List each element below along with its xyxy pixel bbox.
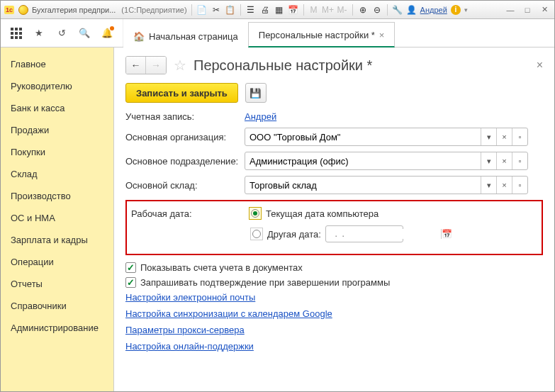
memory-mminus-label[interactable]: M- — [337, 4, 348, 16]
tool-print-icon[interactable]: 🖨 — [259, 4, 271, 16]
svg-rect-4 — [15, 32, 18, 35]
sidebar-item-purchases[interactable]: Покупки — [1, 141, 113, 163]
window-titlebar: 1с Бухгалтерия предпри... (1C:Предприяти… — [1, 1, 554, 19]
link-online-support[interactable]: Настройка онлайн-поддержки — [125, 341, 254, 352]
combo-open-icon[interactable]: ▫ — [512, 152, 527, 169]
link-email-settings[interactable]: Настройки электронной почты — [125, 292, 255, 303]
favorite-toggle-icon[interactable]: ☆ — [174, 57, 186, 74]
sidebar-item-sales[interactable]: Продажи — [1, 119, 113, 141]
search-icon[interactable]: 🔍 — [76, 25, 93, 42]
combo-dropdown-icon[interactable]: ▾ — [481, 177, 496, 194]
radio-current-date[interactable] — [249, 207, 262, 220]
notifications-bell-icon[interactable]: 🔔 — [99, 25, 116, 42]
calendar-picker-icon[interactable]: 📅 — [441, 229, 452, 239]
checkbox-show-accounts[interactable] — [125, 262, 136, 273]
tool-list-icon[interactable]: ☰ — [245, 4, 257, 16]
tab-home-label: Начальная страница — [149, 31, 238, 42]
radio-other-date[interactable] — [250, 228, 263, 240]
combo-clear-icon[interactable]: × — [496, 177, 512, 194]
tool-clipboard-icon[interactable]: 📋 — [225, 4, 236, 16]
nav-arrows: ← → — [125, 56, 167, 74]
sidebar-item-payroll[interactable]: Зарплата и кадры — [1, 229, 113, 251]
workdate-highlight: Рабочая дата: Текущая дата компьютера Др… — [125, 200, 543, 255]
row-other-date: Другая дата: 📅 — [250, 225, 537, 242]
window-close-button[interactable]: ✕ — [537, 4, 551, 16]
organization-combo[interactable]: ▾ × ▫ — [245, 128, 528, 146]
label-workdate: Рабочая дата: — [131, 208, 245, 219]
window-minimize-button[interactable]: — — [503, 4, 517, 16]
user-link[interactable]: Андрей — [420, 6, 447, 14]
row-department: Основное подразделение: ▾ × ▫ — [125, 152, 543, 170]
organization-input[interactable] — [245, 128, 481, 145]
row-confirm-exit: Запрашивать подтверждение при завершении… — [125, 277, 543, 288]
tool-grid-icon[interactable]: ▦ — [274, 4, 285, 16]
checkbox-confirm-exit[interactable] — [125, 277, 136, 288]
tab-personal-settings[interactable]: Персональные настройки * × — [248, 22, 396, 47]
favorites-star-icon[interactable]: ★ — [30, 25, 47, 42]
svg-rect-8 — [19, 36, 22, 39]
svg-rect-1 — [15, 28, 18, 30]
page-close-button[interactable]: × — [537, 59, 543, 72]
window-maximize-button[interactable]: □ — [520, 4, 534, 16]
combo-dropdown-icon[interactable]: ▾ — [481, 152, 496, 169]
warehouse-input[interactable] — [245, 177, 481, 194]
combo-clear-icon[interactable]: × — [496, 128, 512, 145]
sidebar-item-main[interactable]: Главное — [1, 53, 113, 75]
tabstrip: 🏠 Начальная страница Персональные настро… — [123, 19, 395, 47]
tool-doc-icon[interactable]: 📄 — [196, 4, 208, 16]
label-confirm-exit: Запрашивать подтверждение при завершении… — [140, 277, 390, 288]
save-button[interactable]: 💾 — [245, 83, 267, 103]
warehouse-combo[interactable]: ▾ × ▫ — [245, 176, 528, 194]
combo-clear-icon[interactable]: × — [496, 152, 512, 169]
tool-calendar-icon[interactable]: 📅 — [288, 4, 299, 16]
zoom-in-icon[interactable]: ⊕ — [357, 4, 369, 16]
zoom-out-icon[interactable]: ⊖ — [371, 4, 383, 16]
memory-m-label[interactable]: M — [308, 4, 320, 16]
history-icon[interactable]: ↺ — [53, 25, 70, 42]
main-area: Главное Руководителю Банк и касса Продаж… — [1, 47, 554, 392]
wrench-icon[interactable]: 🔧 — [392, 4, 403, 16]
sidebar-item-operations[interactable]: Операции — [1, 251, 113, 273]
department-input[interactable] — [245, 152, 481, 169]
department-combo[interactable]: ▾ × ▫ — [245, 152, 528, 170]
sidebar-item-assets[interactable]: ОС и НМА — [1, 207, 113, 229]
info-icon[interactable]: i — [450, 4, 461, 16]
content: ← → ☆ Персональные настройки * × Записат… — [114, 47, 554, 392]
separator — [387, 4, 388, 16]
main-toolbar: ★ ↺ 🔍 🔔 🏠 Начальная страница Персональны… — [1, 19, 554, 47]
label-organization: Основная организация: — [125, 132, 239, 142]
tab-active-label: Персональные настройки * — [259, 30, 375, 40]
sidebar: Главное Руководителю Банк и касса Продаж… — [1, 47, 114, 392]
tab-close-icon[interactable]: × — [379, 30, 385, 40]
sidebar-item-production[interactable]: Производство — [1, 185, 113, 207]
row-workdate: Рабочая дата: Текущая дата компьютера — [131, 207, 537, 220]
radio-other-label: Другая дата: — [267, 229, 321, 240]
link-google-sync[interactable]: Настройка синхронизации с календарем Goo… — [125, 308, 332, 319]
combo-open-icon[interactable]: ▫ — [512, 177, 527, 194]
sidebar-item-warehouse[interactable]: Склад — [1, 163, 113, 185]
nav-forward-button[interactable]: → — [146, 57, 166, 74]
tool-scissors-icon[interactable]: ✂ — [211, 4, 222, 16]
combo-dropdown-icon[interactable]: ▾ — [481, 128, 496, 145]
account-link[interactable]: Андрей — [245, 111, 276, 122]
window-title: Бухгалтерия предпри... — [32, 6, 116, 14]
memory-mplus-label[interactable]: M+ — [323, 4, 334, 16]
nav-back-button[interactable]: ← — [126, 57, 146, 74]
sidebar-item-admin[interactable]: Администрирование — [1, 317, 113, 339]
separator — [303, 4, 304, 16]
apps-grid-icon[interactable] — [8, 25, 25, 42]
tab-home[interactable]: 🏠 Начальная страница — [123, 24, 248, 47]
sidebar-item-bank[interactable]: Банк и касса — [1, 97, 113, 119]
window-subtitle: (1C:Предприятие) — [121, 6, 186, 14]
sidebar-item-catalogs[interactable]: Справочники — [1, 295, 113, 317]
save-close-button[interactable]: Записать и закрыть — [125, 83, 238, 103]
other-date-input[interactable] — [326, 229, 441, 239]
link-proxy-settings[interactable]: Параметры прокси-сервера — [125, 325, 245, 335]
sidebar-item-manager[interactable]: Руководителю — [1, 75, 113, 97]
combo-open-icon[interactable]: ▫ — [512, 128, 527, 145]
row-warehouse: Основной склад: ▾ × ▫ — [125, 176, 543, 194]
sidebar-item-reports[interactable]: Отчеты — [1, 273, 113, 295]
radio-current-label: Текущая дата компьютера — [266, 208, 379, 219]
label-show-accounts: Показывать счета учета в документах — [140, 262, 303, 273]
info-dropdown-icon[interactable]: ▾ — [464, 6, 468, 13]
